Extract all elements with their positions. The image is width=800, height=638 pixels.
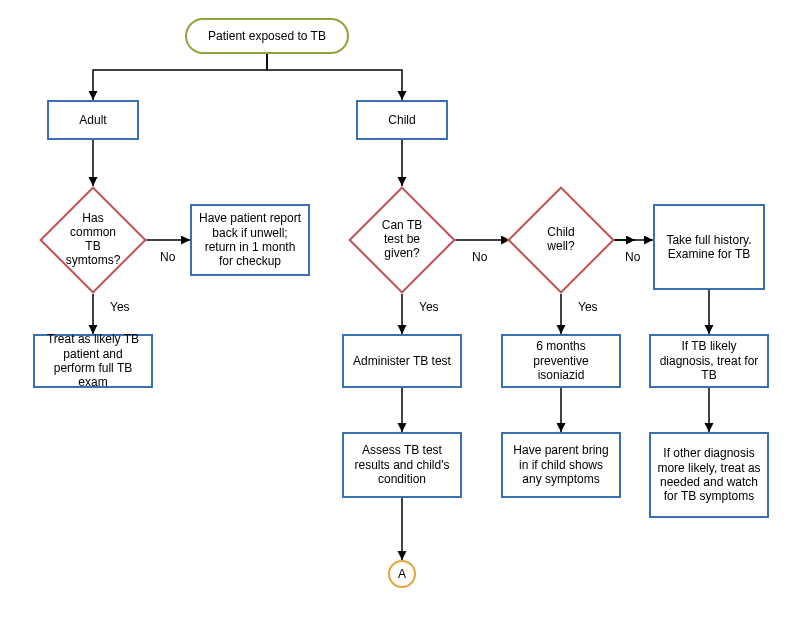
- edge-label-yes-1: Yes: [110, 300, 130, 314]
- history-box: Take full history. Examine for TB: [653, 204, 765, 290]
- flowchart-arrows: [0, 0, 800, 638]
- treat-tb-box: If TB likely diagnosis, treat for TB: [649, 334, 769, 388]
- treat-tb-label: If TB likely diagnosis, treat for TB: [657, 339, 761, 382]
- decision-child-well-label: Child well?: [523, 202, 599, 278]
- edge-label-no-3: No: [625, 250, 640, 264]
- isoniazid-label: 6 months preventive isoniazid: [509, 339, 613, 382]
- start-label: Patient exposed to TB: [208, 29, 326, 43]
- connector-a-label: A: [398, 567, 406, 581]
- edge-label-no-1: No: [160, 250, 175, 264]
- decision-symptoms-label: Has common TB symtoms?: [55, 202, 131, 278]
- report-back-label: Have patient report back if unwell; retu…: [198, 211, 302, 269]
- decision-test: Can TB test be given?: [364, 202, 440, 278]
- parent-bring-label: Have parent bring in if child shows any …: [509, 443, 613, 486]
- assess-label: Assess TB test results and child's condi…: [350, 443, 454, 486]
- isoniazid-box: 6 months preventive isoniazid: [501, 334, 621, 388]
- report-back-box: Have patient report back if unwell; retu…: [190, 204, 310, 276]
- administer-test-box: Administer TB test: [342, 334, 462, 388]
- edge-label-yes-2: Yes: [419, 300, 439, 314]
- treat-likely-box: Treat as likely TB patient and perform f…: [33, 334, 153, 388]
- connector-a: A: [388, 560, 416, 588]
- parent-bring-box: Have parent bring in if child shows any …: [501, 432, 621, 498]
- decision-symptoms: Has common TB symtoms?: [55, 202, 131, 278]
- edge-label-no-2: No: [472, 250, 487, 264]
- child-box: Child: [356, 100, 448, 140]
- treat-likely-label: Treat as likely TB patient and perform f…: [41, 332, 145, 390]
- edge-label-yes-3: Yes: [578, 300, 598, 314]
- adult-label: Adult: [79, 113, 106, 127]
- child-label: Child: [388, 113, 415, 127]
- start-terminator: Patient exposed to TB: [185, 18, 349, 54]
- decision-child-well: Child well?: [523, 202, 599, 278]
- history-label: Take full history. Examine for TB: [663, 233, 755, 262]
- assess-box: Assess TB test results and child's condi…: [342, 432, 462, 498]
- other-dx-box: If other diagnosis more likely, treat as…: [649, 432, 769, 518]
- administer-test-label: Administer TB test: [353, 354, 451, 368]
- adult-box: Adult: [47, 100, 139, 140]
- other-dx-label: If other diagnosis more likely, treat as…: [657, 446, 761, 504]
- decision-test-label: Can TB test be given?: [364, 202, 440, 278]
